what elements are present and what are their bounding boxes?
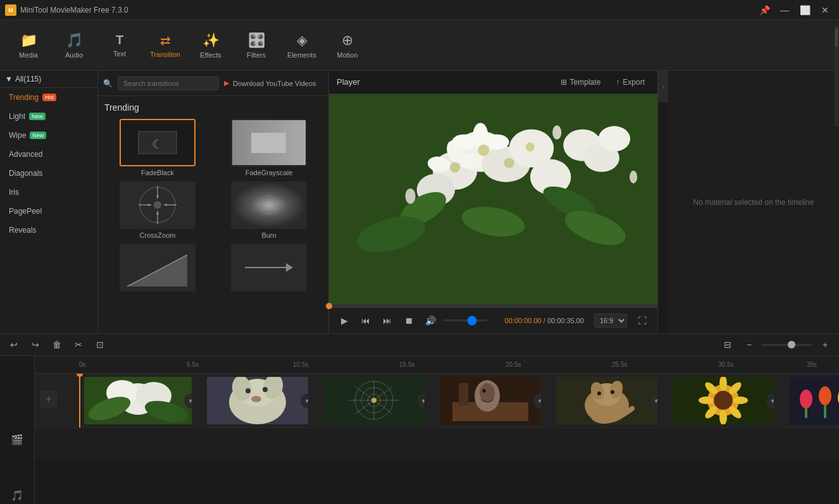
- toolbar-elements-label: Elements: [287, 51, 316, 59]
- crop-button[interactable]: ⊡: [91, 336, 109, 353]
- toolbar-audio[interactable]: 🎵 Audio: [52, 23, 96, 68]
- redo-button[interactable]: ↪: [27, 336, 44, 353]
- crosszoom-thumb[interactable]: [120, 181, 196, 229]
- play-button[interactable]: ▶: [335, 312, 353, 329]
- aspect-ratio-select[interactable]: 16:9 9:16 4:3 1:1: [594, 314, 627, 328]
- clip-flowers[interactable]: ⇄: [84, 377, 192, 424]
- toolbar-motion[interactable]: ⊕ Motion: [325, 23, 370, 68]
- transition-crosszoom[interactable]: CrossZoom: [104, 181, 211, 239]
- sidebar-item-wipe[interactable]: Wipe New: [0, 126, 97, 145]
- clip-flowers-thumb: [84, 377, 192, 424]
- svg-point-50: [526, 142, 535, 151]
- audio-track[interactable]: [35, 427, 839, 459]
- sidebar-item-trending[interactable]: Trending Hot: [0, 88, 97, 107]
- clip-spider-thumb: [323, 377, 425, 424]
- transitions-panel: 🔍 ▶ Download YouTube Videos Trending: [98, 71, 329, 333]
- fadeblack-thumb[interactable]: ☾: [120, 119, 196, 166]
- fadeblack-svg: ☾: [121, 120, 194, 165]
- volume-button[interactable]: 🔊: [421, 312, 439, 329]
- progress-handle[interactable]: [326, 303, 332, 309]
- transition-fadegrayscale[interactable]: FadeGrayscale: [216, 119, 322, 176]
- sidebar-item-iris[interactable]: Iris: [0, 183, 97, 202]
- sidebar-item-advanced[interactable]: Advanced: [0, 145, 97, 164]
- video-track[interactable]: + ⇄: [35, 374, 839, 427]
- add-media-button[interactable]: +: [40, 390, 58, 408]
- volume-slider[interactable]: [443, 319, 487, 321]
- timeline-content[interactable]: 0s 5.5s 10.5s 15.5s 20.5s 25.5s 30.5s 35…: [35, 356, 839, 504]
- burn-label: Burn: [261, 231, 276, 239]
- next-frame-button[interactable]: ⏭: [378, 312, 396, 329]
- transition-burn[interactable]: Burn: [216, 181, 322, 239]
- titlebar-controls[interactable]: 📌 — ⬜ ✕: [755, 1, 834, 19]
- svg-rect-26: [329, 94, 657, 304]
- no-material-text: No material selected on the timeline: [681, 185, 827, 219]
- timeline: ↩ ↪ 🗑 ✂ ⊡ ⊟ − + 🎬 🎵 0s 5.5s 10.5s: [0, 333, 839, 504]
- video-area: [329, 94, 657, 304]
- sidebar-wipe-label: Wipe: [9, 131, 26, 140]
- toolbar-transition-label: Transition: [150, 51, 180, 58]
- zoom-slider[interactable]: [762, 344, 812, 346]
- undo-button[interactable]: ↩: [5, 336, 23, 353]
- timeline-cursor[interactable]: [79, 374, 80, 427]
- svg-point-49: [504, 157, 514, 168]
- zoom-in-button[interactable]: +: [816, 336, 834, 353]
- sidebar-item-diagonals[interactable]: Diagonals: [0, 164, 97, 183]
- svg-point-48: [478, 144, 489, 156]
- download-youtube-button[interactable]: ▶ Download YouTube Videos: [224, 79, 316, 87]
- sidebar-item-reveals[interactable]: Reveals: [0, 221, 97, 240]
- zoom-out-button[interactable]: −: [740, 336, 758, 353]
- burn-thumb[interactable]: [231, 181, 307, 229]
- arrow-thumb[interactable]: [231, 244, 307, 292]
- transition-fadeblack[interactable]: ☾ FadeBlack: [104, 119, 211, 176]
- clip-tulips[interactable]: ⇒: [789, 377, 839, 424]
- sidebar-all-label: All(115): [15, 75, 41, 83]
- sidebar-all-header[interactable]: ▼ All(115): [0, 71, 97, 88]
- clip-dog[interactable]: ⇄: [207, 377, 308, 424]
- motion-icon: ⊕: [342, 32, 353, 49]
- pin-button[interactable]: 📌: [755, 1, 773, 19]
- player-header: Player ⊞ Template ↑ Export: [329, 71, 657, 94]
- video-track-icon: 🎬: [8, 431, 26, 448]
- svg-point-67: [251, 396, 261, 402]
- template-button[interactable]: ⊞ Template: [556, 75, 606, 89]
- prev-frame-button[interactable]: ⏮: [357, 312, 375, 329]
- crosszoom-label: CrossZoom: [140, 231, 176, 239]
- transition-slope[interactable]: [104, 244, 211, 294]
- sidebar-item-light[interactable]: Light New: [0, 107, 97, 126]
- export-button[interactable]: ↑ Export: [611, 75, 650, 89]
- timeline-track-headers: 🎬 🎵: [0, 356, 35, 504]
- toolbar-media[interactable]: 📁 Media: [6, 23, 51, 68]
- effects-icon: ✨: [202, 32, 220, 49]
- progress-bar-container[interactable]: [329, 304, 657, 308]
- svg-point-105: [819, 386, 831, 405]
- fit-view-button[interactable]: ⊟: [719, 336, 736, 353]
- slope-thumb[interactable]: [120, 244, 196, 292]
- filters-icon: 🎛️: [248, 32, 265, 49]
- transition-arrow[interactable]: [216, 244, 322, 294]
- maximize-button[interactable]: ⬜: [796, 1, 814, 19]
- close-button[interactable]: ✕: [816, 1, 834, 19]
- search-transitions-input[interactable]: [118, 77, 219, 90]
- clip-squirrel[interactable]: ⇄: [556, 377, 657, 424]
- clip-spider[interactable]: ⇄: [323, 377, 425, 424]
- svg-point-103: [800, 390, 812, 409]
- titlebar: M MiniTool MovieMaker Free 7.3.0 📌 — ⬜ ✕: [0, 0, 839, 20]
- toolbar-elements[interactable]: ◈ Elements: [280, 23, 324, 68]
- toolbar-transition[interactable]: ⇄ Transition: [143, 23, 187, 68]
- clip-sunflower[interactable]: ⇄: [673, 377, 774, 424]
- toolbar-text[interactable]: T Text: [97, 23, 142, 68]
- toolbar-effects[interactable]: ✨ Effects: [189, 23, 233, 68]
- cut-button[interactable]: ✂: [70, 336, 87, 353]
- youtube-icon: ▶: [224, 79, 229, 87]
- toolbar-filters[interactable]: 🎛️ Filters: [234, 23, 278, 68]
- fullscreen-button[interactable]: ⛶: [633, 312, 651, 329]
- delete-button[interactable]: 🗑: [48, 336, 66, 353]
- fadegrayscale-thumb[interactable]: [231, 119, 307, 166]
- panel-collapse-button[interactable]: ›: [658, 71, 668, 102]
- titlebar-left: M MiniTool MovieMaker Free 7.3.0: [5, 4, 128, 16]
- clip-bird[interactable]: ⇄: [440, 377, 541, 424]
- stop-button[interactable]: ⏹: [400, 312, 418, 329]
- sidebar-item-pagepeel[interactable]: PagePeel: [0, 202, 97, 221]
- minimize-button[interactable]: —: [776, 1, 793, 19]
- wipe-badge: New: [30, 132, 46, 139]
